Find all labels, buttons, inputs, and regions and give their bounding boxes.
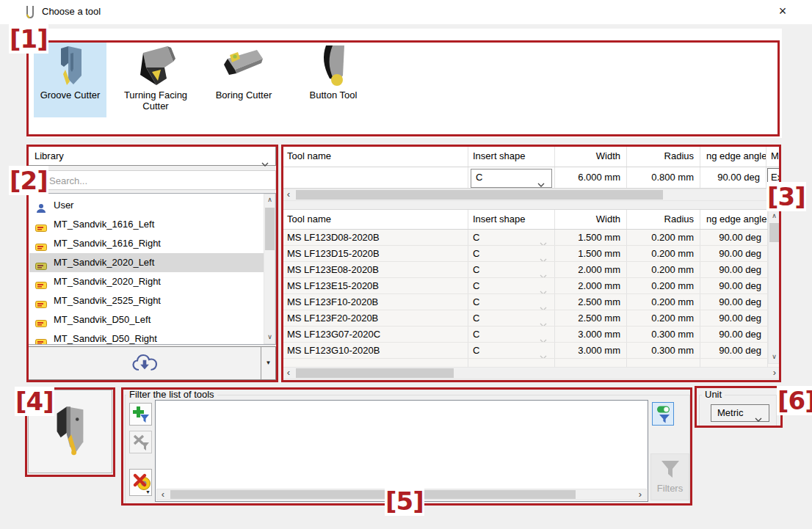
chevron-down-icon bbox=[540, 268, 547, 278]
scroll-down-arrow[interactable]: ∨ bbox=[769, 351, 780, 363]
spec-table-h-scrollbar[interactable]: ‹ › bbox=[282, 189, 781, 201]
tree-item-user[interactable]: User bbox=[29, 196, 264, 215]
button-tool-icon bbox=[311, 44, 355, 88]
cell-radius: 0.200 mm bbox=[627, 278, 700, 293]
scroll-right-arrow[interactable]: › bbox=[769, 368, 780, 379]
spec-tool-name-field[interactable] bbox=[283, 167, 468, 188]
search-input[interactable] bbox=[48, 172, 271, 190]
col-header-insert-shape[interactable]: Insert shape bbox=[468, 146, 555, 167]
scroll-right-arrow[interactable]: › bbox=[634, 489, 646, 500]
col-header-tool-name[interactable]: Tool name bbox=[283, 146, 468, 167]
table-row[interactable]: MS LF123D08-2020B C 1.500 mm 0.200 mm 90… bbox=[283, 230, 780, 246]
scrollbar-thumb[interactable] bbox=[296, 368, 454, 378]
library-source-select[interactable]: Library bbox=[28, 146, 276, 166]
toggle-filter-button[interactable] bbox=[652, 402, 674, 426]
tree-item-library[interactable]: MT_Sandvik_D50_Right bbox=[29, 329, 264, 345]
tree-item-label: MT_Sandvik_2525_Right bbox=[54, 291, 161, 310]
table-row[interactable]: MS LF123E08-2020B C 2.000 mm 0.200 mm 90… bbox=[283, 262, 780, 278]
cell-tool-name: MS LF123G07-2020C bbox=[283, 326, 468, 342]
cell-edge-angle: 90.00 deg bbox=[700, 343, 768, 358]
table-row[interactable]: MS LF123D15-2020B C 1.500 mm 0.200 mm 90… bbox=[283, 246, 780, 262]
cell-width: 2.000 mm bbox=[555, 262, 627, 277]
tool-library-icon bbox=[35, 335, 47, 345]
insert-shape-value: C bbox=[473, 264, 479, 275]
filters-button-label: Filters bbox=[651, 484, 689, 494]
cell-tool-name: MS LF123F10-2020B bbox=[283, 294, 468, 310]
add-filter-button[interactable] bbox=[129, 403, 152, 426]
groove-cutter-icon bbox=[48, 44, 93, 88]
cell-tool-name: MS LF123E15-2020B bbox=[283, 278, 468, 293]
scroll-left-arrow[interactable]: ‹ bbox=[283, 189, 294, 200]
tool-type-turning-facing-cutter[interactable]: Turning Facing Cutter bbox=[117, 43, 194, 117]
chevron-down-icon bbox=[540, 300, 547, 310]
annotation-label-2: [2] bbox=[9, 166, 48, 195]
col-header-edge-angle[interactable]: ng edge angle bbox=[700, 210, 768, 229]
clear-filters-button[interactable]: ▼ bbox=[129, 469, 152, 496]
table-row[interactable]: MS LF123E15-2020B C 2.000 mm 0.200 mm 90… bbox=[283, 278, 780, 294]
tools-table-v-scrollbar[interactable]: ∧ ∨ bbox=[768, 210, 780, 364]
window-title: Choose a tool bbox=[42, 0, 101, 23]
spec-width-field[interactable]: 6.000 mm bbox=[555, 167, 627, 188]
table-row[interactable]: MS LF123F10-2020B C 2.500 mm 0.200 mm 90… bbox=[283, 294, 780, 310]
col-header-mount[interactable]: M bbox=[766, 146, 780, 167]
scrollbar-thumb[interactable] bbox=[170, 490, 576, 499]
table-row[interactable]: MS LF123G10-2020B C 3.000 mm 0.300 mm 90… bbox=[283, 343, 780, 359]
insert-shape-value: C bbox=[476, 172, 482, 183]
spec-edge-angle-field[interactable]: 90.00 deg bbox=[700, 167, 766, 188]
tree-item-label: MT_Sandvik_2020_Left bbox=[54, 253, 154, 272]
tool-type-button-tool[interactable]: Button Tool bbox=[298, 43, 369, 117]
close-button[interactable]: × bbox=[765, 0, 800, 23]
tree-item-library[interactable]: MT_Sandvik_2020_Right bbox=[29, 272, 264, 291]
cell-tool-name: MS LF123D08-2020B bbox=[283, 230, 468, 245]
cell-tool-name: MS LF123D15-2020B bbox=[283, 246, 468, 261]
chevron-down-icon bbox=[540, 284, 547, 294]
insert-shape-value: C bbox=[473, 248, 479, 259]
tree-scrollbar[interactable]: ∧ ∨ bbox=[264, 194, 275, 344]
scroll-down-arrow[interactable]: ∨ bbox=[264, 332, 275, 343]
col-header-edge-angle[interactable]: ng edge angle bbox=[700, 146, 766, 167]
col-header-insert-shape[interactable]: Insert shape bbox=[468, 210, 555, 229]
tree-item-library[interactable]: MT_Sandvik_2525_Right bbox=[29, 291, 264, 310]
cell-insert-shape: C bbox=[468, 310, 555, 326]
scroll-left-arrow[interactable]: ‹ bbox=[157, 489, 169, 500]
tools-table: Tool name Insert shape Width Radius ng e… bbox=[282, 209, 781, 365]
insert-shape-select[interactable]: C bbox=[471, 169, 552, 188]
tool-type-label: Turning Facing Cutter bbox=[117, 90, 194, 112]
tool-type-groove-cutter[interactable]: Groove Cutter bbox=[34, 43, 106, 117]
tree-item-label: MT_Sandvik_D50_Right bbox=[54, 329, 157, 345]
col-header-radius[interactable]: Radius bbox=[627, 210, 700, 229]
tree-item-library-selected[interactable]: MT_Sandvik_2020_Left bbox=[29, 253, 264, 272]
cell-tool-name: MS LF123F20-2020B bbox=[283, 310, 468, 326]
remove-filter-button[interactable] bbox=[129, 431, 152, 453]
scroll-up-arrow[interactable]: ∧ bbox=[769, 211, 780, 222]
download-options-dropdown[interactable]: ▼ bbox=[261, 347, 275, 379]
col-header-width[interactable]: Width bbox=[555, 146, 627, 167]
scroll-up-arrow[interactable]: ∧ bbox=[264, 194, 275, 206]
spec-radius-field[interactable]: 0.800 mm bbox=[627, 167, 700, 188]
annotation-label-5: [5] bbox=[385, 486, 424, 516]
filters-button[interactable]: Filters bbox=[650, 453, 689, 500]
scrollbar-thumb[interactable] bbox=[265, 208, 275, 250]
download-library-button[interactable] bbox=[29, 347, 261, 379]
table-row[interactable]: MS LF123F20-2020B C 2.500 mm 0.200 mm 90… bbox=[283, 310, 780, 326]
tree-item-library[interactable]: MT_Sandvik_D50_Left bbox=[29, 310, 264, 329]
scrollbar-thumb[interactable] bbox=[296, 190, 663, 200]
unit-select[interactable]: Metric bbox=[711, 404, 769, 422]
tool-type-boring-cutter[interactable]: Boring Cutter bbox=[207, 43, 280, 117]
col-header-tool-name[interactable]: Tool name bbox=[283, 210, 468, 229]
scroll-left-arrow[interactable]: ‹ bbox=[283, 368, 294, 379]
tool-type-label: Boring Cutter bbox=[207, 90, 280, 101]
table-row[interactable]: MS LF123G07-2020C C 3.000 mm 0.300 mm 90… bbox=[283, 326, 780, 343]
tree-item-library[interactable]: MT_Sandvik_1616_Right bbox=[29, 234, 264, 253]
tree-item-library[interactable]: MT_Sandvik_1616_Left bbox=[29, 215, 264, 234]
tool-app-icon bbox=[24, 5, 36, 20]
cell-width: 2.500 mm bbox=[555, 310, 627, 326]
chevron-down-icon bbox=[540, 316, 547, 326]
col-header-width[interactable]: Width bbox=[555, 210, 627, 229]
scrollbar-thumb[interactable] bbox=[769, 223, 780, 242]
tools-table-h-scrollbar[interactable]: ‹ › bbox=[282, 367, 781, 379]
cell-insert-shape: C bbox=[468, 246, 555, 261]
tool-spec-table: Tool name Insert shape Width Radius ng e… bbox=[282, 145, 781, 189]
cell-insert-shape: C bbox=[468, 278, 555, 293]
col-header-radius[interactable]: Radius bbox=[627, 146, 700, 167]
